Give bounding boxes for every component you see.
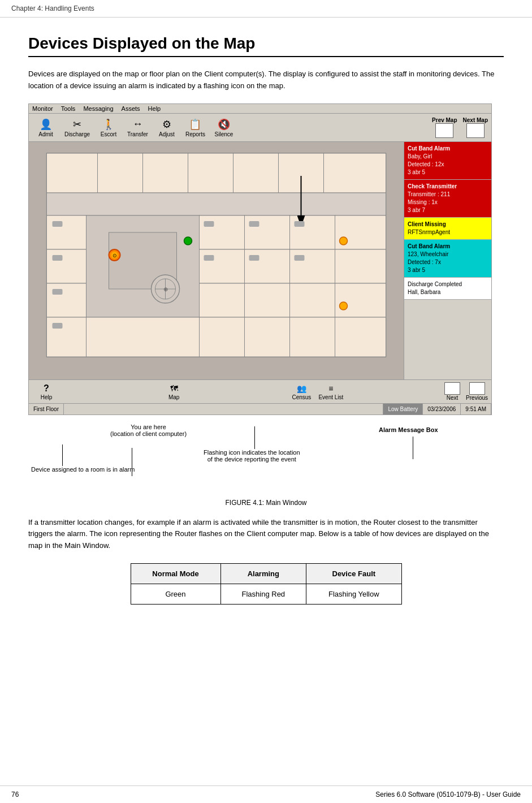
menu-messaging[interactable]: Messaging [83, 105, 113, 112]
alarm-box-label: Alarm Message Box [379, 426, 438, 433]
document-title: Series 6.0 Software (0510-1079-B) - User… [375, 791, 521, 798]
menu-monitor[interactable]: Monitor [32, 105, 53, 112]
escort-icon: 🚶 [101, 118, 116, 131]
alarm-item-5[interactable]: Discharge CompletedHall, Barbara [404, 278, 491, 300]
table-row: Green Flashing Red Flashing Yellow [131, 584, 401, 604]
page-header: Chapter 4: Handling Events [0, 0, 532, 18]
you-are-here-label: You are here(location of client computer… [110, 424, 187, 437]
transfer-icon: ↔ [129, 118, 145, 131]
svg-rect-32 [335, 317, 386, 357]
next-map-button[interactable]: Next Map [463, 117, 488, 138]
admit-button[interactable]: 👤 Admit [32, 116, 59, 139]
silence-button[interactable]: 🔇 Silence [210, 116, 237, 139]
svg-text:⊙: ⊙ [113, 253, 117, 258]
svg-text:⊕: ⊕ [163, 286, 168, 292]
body-paragraph: If a transmitter location changes, for e… [28, 517, 504, 552]
discharge-icon: ✂ [70, 118, 85, 131]
menu-tools[interactable]: Tools [61, 105, 76, 112]
svg-rect-44 [53, 289, 63, 295]
svg-rect-23 [335, 249, 386, 283]
alarm-box-line [413, 437, 413, 459]
svg-rect-9 [47, 193, 386, 215]
svg-rect-8 [324, 153, 386, 193]
svg-rect-30 [245, 317, 290, 357]
svg-rect-4 [143, 153, 188, 193]
alarm-item-4[interactable]: Cut Band Alarm123, WheelchairDetected : … [404, 240, 491, 278]
svg-rect-47 [249, 221, 259, 227]
svg-rect-31 [290, 317, 335, 357]
event-list-button[interactable]: ≡ Event List [317, 383, 345, 400]
page-footer: 76 Series 6.0 Software (0510-1079-B) - U… [0, 785, 532, 803]
census-button[interactable]: 👥 Census [287, 383, 315, 400]
table-header-alarming: Alarming [220, 563, 306, 584]
svg-rect-2 [47, 153, 98, 193]
menu-assets[interactable]: Assets [122, 105, 140, 112]
status-spacer [64, 404, 383, 415]
svg-rect-21 [245, 249, 290, 283]
intro-paragraph: Devices are displayed on the map or floo… [28, 68, 504, 92]
help-icon: ? [40, 383, 53, 394]
annotation-area: You are here(location of client computer… [28, 421, 492, 494]
svg-rect-12 [47, 283, 86, 317]
silence-icon: 🔇 [216, 118, 232, 131]
svg-rect-43 [53, 255, 63, 261]
discharge-button[interactable]: ✂ Discharge [60, 116, 94, 139]
svg-rect-5 [188, 153, 233, 193]
time-display: 9:51 AM [461, 404, 491, 415]
alarm-device-bottom [340, 302, 348, 310]
svg-rect-46 [204, 221, 214, 227]
svg-rect-26 [245, 283, 290, 317]
census-icon: 👥 [295, 383, 308, 394]
next-button[interactable]: Next [444, 382, 460, 401]
map-icon: 🗺 [167, 383, 181, 394]
page-number: 76 [11, 791, 19, 798]
table-cell-flashing-yellow: Flashing Yellow [306, 584, 401, 604]
svg-rect-10 [47, 215, 86, 249]
flashing-icon-line [254, 426, 255, 449]
main-window-screenshot: Monitor Tools Messaging Assets Help 👤 Ad… [28, 103, 492, 415]
table-cell-green: Green [131, 584, 220, 604]
svg-rect-27 [290, 283, 335, 317]
bottom-bar: ? Help 🗺 Map 👥 Census ≡ Event List [29, 379, 491, 403]
svg-rect-24 [86, 317, 200, 357]
svg-rect-11 [47, 249, 86, 283]
reports-button[interactable]: 📋 Reports [181, 116, 209, 139]
toolbar: 👤 Admit ✂ Discharge 🚶 Escort ↔ Transfer … [29, 114, 491, 142]
previous-button[interactable]: Previous [466, 382, 488, 401]
menu-bar: Monitor Tools Messaging Assets Help [29, 104, 491, 114]
svg-rect-20 [200, 249, 245, 283]
svg-rect-28 [335, 283, 386, 317]
svg-rect-17 [245, 215, 290, 249]
adjust-button[interactable]: ⚙ Adjust [153, 116, 180, 139]
help-button[interactable]: ? Help [32, 383, 60, 400]
menu-help[interactable]: Help [148, 105, 161, 112]
svg-rect-42 [53, 221, 63, 227]
flashing-icon-label: Flashing icon indicates the locationof t… [204, 449, 300, 463]
next-map-thumb [466, 123, 485, 138]
alarm-item-1[interactable]: Cut Band AlarmBaby, GirlDetected : 12x3 … [404, 142, 491, 180]
alarm-item-2[interactable]: Check TransmitterTransmitter : 211Missin… [404, 180, 491, 218]
svg-rect-22 [290, 249, 335, 283]
table-header-fault: Device Fault [306, 563, 401, 584]
device-table: Normal Mode Alarming Device Fault Green … [131, 563, 402, 605]
adjust-icon: ⚙ [159, 118, 175, 131]
svg-rect-13 [47, 317, 86, 357]
main-area: ⊙ [29, 142, 491, 379]
map-button[interactable]: 🗺 Map [160, 383, 188, 400]
previous-thumb [469, 382, 485, 395]
next-thumb [444, 382, 460, 395]
date-display: 03/23/2006 [423, 404, 461, 415]
page-content: Devices Displayed on the Map Devices are… [0, 18, 532, 621]
svg-rect-49 [204, 255, 214, 261]
escort-button[interactable]: 🚶 Escort [95, 116, 122, 139]
transfer-button[interactable]: ↔ Transfer [123, 116, 152, 139]
chapter-label: Chapter 4: Handling Events [11, 5, 94, 12]
table-cell-flashing-red: Flashing Red [220, 584, 306, 604]
floor-plan-svg: ⊙ [29, 142, 404, 379]
table-header-normal: Normal Mode [131, 563, 220, 584]
floor-plan: ⊙ [29, 142, 404, 379]
alarm-item-3[interactable]: Client MissingRFTSnrmpAgent [404, 218, 491, 240]
prev-map-button[interactable]: Prev Map [432, 117, 457, 138]
svg-rect-25 [200, 283, 245, 317]
bottom-nav: Next Previous [444, 382, 488, 401]
